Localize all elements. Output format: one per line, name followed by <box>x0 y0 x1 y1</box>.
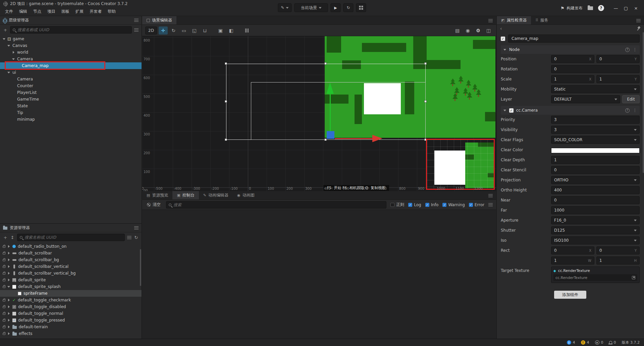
asset-item-default_toggle_checkmark[interactable]: ✓default_toggle_checkmark <box>0 297 142 303</box>
assets-scrollbar[interactable] <box>140 249 141 286</box>
import-asset-icon[interactable]: ↕ <box>10 235 15 240</box>
value-input[interactable]: 0X <box>551 55 594 63</box>
console-search-box[interactable] <box>166 201 386 209</box>
expand-arrow-icon[interactable] <box>7 299 10 302</box>
help-icon[interactable]: ? <box>625 48 630 52</box>
value-input[interactable]: 0X <box>551 246 594 254</box>
camera-view[interactable]: ◉ <box>463 26 472 35</box>
selection-handle[interactable] <box>225 62 227 65</box>
filter-Log[interactable]: ✓Log <box>408 202 421 208</box>
transform-tool[interactable]: ◱ <box>190 26 199 35</box>
scene-select[interactable]: 当前场景 <box>294 3 328 12</box>
checkbox-Info[interactable]: ✓ <box>425 203 429 207</box>
menu-帮助[interactable]: 帮助 <box>105 8 119 15</box>
filter-Error[interactable]: ✓Error <box>469 202 484 208</box>
layout-button[interactable] <box>356 3 366 12</box>
move-tool[interactable]: ✛ <box>159 26 168 35</box>
assets-refresh-icon[interactable]: ↻ <box>134 235 139 240</box>
collapse-arrow-icon[interactable] <box>503 48 506 51</box>
help-icon[interactable]: ? <box>598 5 604 11</box>
add-node-button[interactable]: + <box>3 27 8 33</box>
asset-item-default-terrain[interactable]: default-terrain <box>0 324 142 330</box>
anchor-tool[interactable]: ⊔ <box>200 26 209 35</box>
tab-scene-editor[interactable]: 场景编辑器 <box>142 16 176 24</box>
expand-arrow-icon[interactable] <box>7 265 10 268</box>
hierarchy-search-box[interactable] <box>10 26 132 34</box>
expand-arrow-icon[interactable] <box>7 319 10 322</box>
select-input[interactable]: D125 <box>551 226 640 234</box>
select-input[interactable]: DEFAULT <box>551 95 620 103</box>
asset-item-default_toggle_normal[interactable]: default_toggle_normal <box>0 310 142 317</box>
checkbox-Log[interactable]: ✓ <box>408 203 412 207</box>
expand-arrow-icon[interactable] <box>7 44 10 47</box>
maximize-button[interactable]: ▢ <box>621 3 631 13</box>
collapse-arrow-icon[interactable] <box>503 109 506 112</box>
rect-tool[interactable]: ▭ <box>179 26 189 35</box>
asset-item-default_sprite[interactable]: default_sprite <box>0 277 142 283</box>
value-input[interactable]: 1Y <box>596 75 640 83</box>
filter-Info[interactable]: ✓Info <box>425 202 439 208</box>
component-enabled-checkbox[interactable]: ✓ <box>509 108 514 113</box>
expand-arrow-icon[interactable] <box>7 279 10 282</box>
selection-handle[interactable] <box>424 100 427 103</box>
hierarchy-node-game[interactable]: game <box>0 36 142 42</box>
play-button[interactable]: ▶ <box>331 3 341 12</box>
selection-handle[interactable] <box>324 62 327 65</box>
menu-面板[interactable]: 面板 <box>58 8 72 15</box>
expand-arrow-icon[interactable] <box>7 258 10 262</box>
2d-3d-toggle[interactable]: 2D <box>145 26 157 35</box>
select-input[interactable]: ORTHO <box>551 176 640 184</box>
rotate-tool[interactable]: ↻ <box>169 26 178 35</box>
value-input[interactable]: 400 <box>551 186 640 194</box>
select-input[interactable]: F16_0 <box>551 216 640 224</box>
asset-item-spriteFrame[interactable]: spriteFrame <box>0 290 142 297</box>
project-folder-icon[interactable] <box>588 6 593 10</box>
tab-控制台[interactable]: ▣控制台 <box>172 191 199 199</box>
hierarchy-node-ui[interactable]: ui <box>0 69 142 76</box>
console-panel-menu-icon[interactable] <box>488 194 493 197</box>
selection-handle[interactable] <box>225 138 227 141</box>
split-view[interactable]: ◫ <box>484 26 493 35</box>
value-input[interactable]: 1W <box>551 256 594 265</box>
assets-sort-icon[interactable] <box>127 236 131 239</box>
gizmo-x-arrow-icon[interactable] <box>372 135 382 142</box>
value-input[interactable]: 1X <box>551 75 594 83</box>
menu-开发者[interactable]: 开发者 <box>87 8 105 15</box>
hierarchy-node-minimap[interactable]: minimap <box>0 116 142 123</box>
select-input[interactable]: SOLID_COLOR <box>551 136 640 144</box>
hierarchy-node-camera[interactable]: Camera <box>0 56 142 62</box>
checkbox-Warning[interactable]: ✓ <box>442 203 446 207</box>
tab-动画图[interactable]: ◉动画图 <box>233 191 259 199</box>
collapse-logs-icon[interactable] <box>488 203 493 206</box>
grid-view[interactable]: ▤ <box>453 26 462 35</box>
asset-item-default_radio_button_on[interactable]: default_radio_button_on <box>0 243 142 250</box>
asset-item-default_scrollbar_bg[interactable]: default_scrollbar_bg <box>0 256 142 263</box>
selection-handle[interactable] <box>225 100 227 103</box>
selection-handle[interactable] <box>324 138 327 141</box>
console-clear-button[interactable]: 清空 <box>146 201 162 209</box>
region-tool[interactable]: ▣ <box>216 26 225 35</box>
expand-arrow-icon[interactable] <box>7 71 10 74</box>
value-input[interactable]: 0 <box>551 166 640 174</box>
tab-属性检查器[interactable]: ◩属性检查器 <box>497 16 531 24</box>
inspector-scrollbar[interactable] <box>643 32 644 173</box>
status-notifications[interactable]: 0 <box>609 340 616 345</box>
refresh-button[interactable]: ↻ <box>343 3 354 12</box>
menu-文件[interactable]: 文件 <box>2 8 16 15</box>
build-publish-button[interactable]: ⚑ 构建发布 <box>560 5 583 11</box>
tab-资源预览[interactable]: ▤资源预览 <box>142 191 172 199</box>
status-warning[interactable]: ! 4 <box>581 340 589 345</box>
hierarchy-node-camera[interactable]: Camera <box>0 76 142 82</box>
device-select[interactable]: ✎ <box>278 3 291 12</box>
hierarchy-search-input[interactable] <box>17 27 129 32</box>
value-input[interactable]: 3 <box>551 116 640 124</box>
tab-动画编辑器[interactable]: ✎动画编辑器 <box>199 191 233 199</box>
status-info[interactable]: i 4 <box>567 340 575 345</box>
value-input[interactable]: 1H <box>596 256 640 265</box>
expand-arrow-icon[interactable] <box>7 272 10 275</box>
close-button[interactable]: × <box>631 3 641 13</box>
select-input[interactable]: 3 <box>551 126 640 134</box>
asset-item-default_toggle_disabled[interactable]: ✓default_toggle_disabled <box>0 303 142 310</box>
assets-search-input[interactable] <box>24 235 122 240</box>
hierarchy-node-world[interactable]: world <box>0 49 142 56</box>
